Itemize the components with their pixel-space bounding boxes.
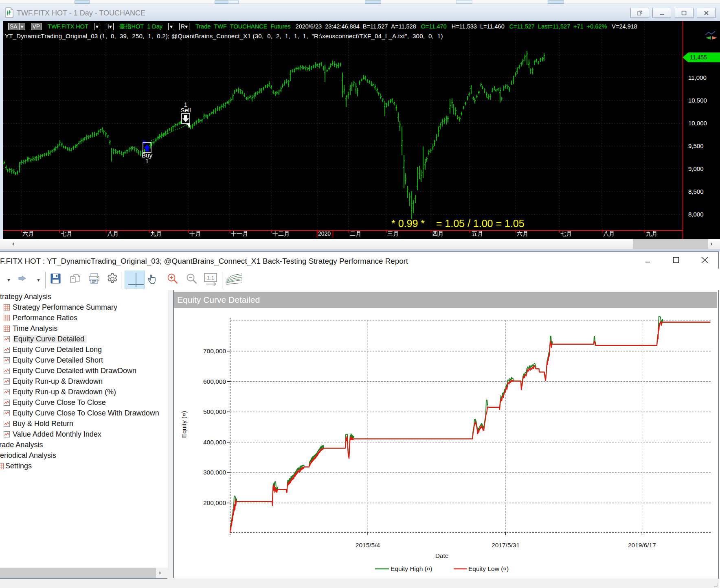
svg-text:八月: 八月 [107, 230, 119, 237]
svg-text:Equity (¤): Equity (¤) [180, 411, 187, 438]
svg-text:1:1: 1:1 [207, 275, 214, 281]
svg-text:七月: 七月 [560, 230, 572, 237]
svg-text:三月: 三月 [387, 230, 399, 237]
svg-text:七月: 七月 [61, 230, 72, 237]
svg-text:六月: 六月 [22, 230, 34, 237]
svg-text:10,000: 10,000 [688, 120, 707, 127]
svg-text:8,000: 8,000 [688, 211, 704, 218]
svg-text:Sell: Sell [180, 107, 191, 114]
svg-text:600,000: 600,000 [203, 378, 226, 385]
svg-text:500,000: 500,000 [203, 408, 226, 415]
svg-text:Equity Low (¤): Equity Low (¤) [468, 565, 509, 572]
svg-text:六月: 六月 [517, 230, 528, 237]
svg-text:10,500: 10,500 [688, 97, 707, 104]
svg-text:300,000: 300,000 [203, 469, 226, 476]
svg-text:十一月: 十一月 [231, 230, 248, 237]
svg-text:Equity High (¤): Equity High (¤) [391, 565, 432, 572]
svg-text:8,500: 8,500 [688, 188, 704, 195]
svg-text:2020: 2020 [318, 230, 331, 237]
svg-text:700,000: 700,000 [203, 348, 226, 354]
svg-text:2019/6/17: 2019/6/17 [628, 542, 656, 549]
svg-text:400,000: 400,000 [203, 439, 226, 446]
svg-text:9,000: 9,000 [688, 165, 704, 172]
svg-text:十二月: 十二月 [272, 230, 290, 237]
svg-text:2015/5/4: 2015/5/4 [356, 542, 380, 549]
svg-text:四月: 四月 [432, 230, 443, 237]
svg-text:11,455: 11,455 [690, 54, 707, 61]
svg-text:* 0.99 * = 1.05 / 1.00 = 1.: * 0.99 * = 1.05 / 1.00 = 1.05 [391, 218, 525, 229]
svg-text:200,000: 200,000 [203, 499, 226, 506]
svg-text:八月: 八月 [603, 230, 615, 237]
svg-text:9,500: 9,500 [688, 142, 704, 149]
svg-text:Date: Date [435, 552, 449, 559]
svg-text:1: 1 [145, 157, 149, 164]
svg-text:二月: 二月 [350, 230, 361, 237]
svg-text:五月: 五月 [472, 230, 483, 237]
svg-text:11,000: 11,000 [688, 74, 707, 81]
svg-text:九月: 九月 [150, 230, 162, 237]
svg-text:2017/5/31: 2017/5/31 [492, 542, 520, 549]
svg-text:十月: 十月 [189, 230, 201, 237]
svg-text:九月: 九月 [646, 230, 657, 237]
